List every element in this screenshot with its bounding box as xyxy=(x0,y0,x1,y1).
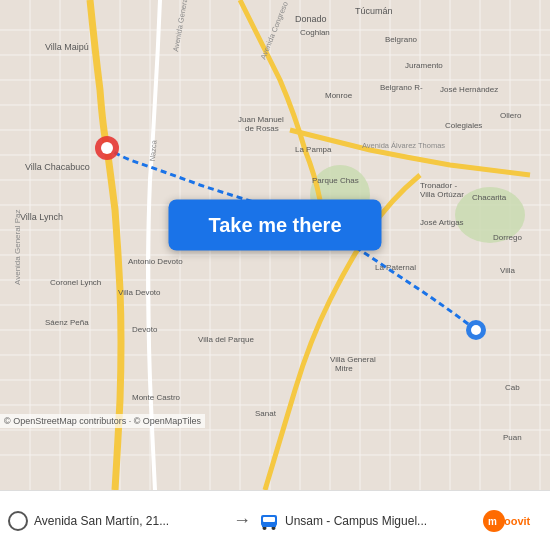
origin-section: Avenida San Martín, 21... xyxy=(8,511,225,531)
svg-text:La Pampa: La Pampa xyxy=(295,145,332,154)
map-container: Villa Maipú Villa Chacabuco Villa Lynch … xyxy=(0,0,550,490)
origin-icon xyxy=(8,511,28,531)
take-me-there-button[interactable]: Take me there xyxy=(168,200,381,251)
svg-text:Villa Maipú: Villa Maipú xyxy=(45,42,89,52)
svg-text:Monroe: Monroe xyxy=(325,91,353,100)
svg-rect-89 xyxy=(262,525,276,527)
svg-text:Mitre: Mitre xyxy=(335,364,353,373)
svg-text:Villa Devoto: Villa Devoto xyxy=(118,288,161,297)
svg-text:Coronel Lynch: Coronel Lynch xyxy=(50,278,101,287)
svg-text:Villa General: Villa General xyxy=(330,355,376,364)
svg-text:Donado: Donado xyxy=(295,14,327,24)
destination-text: Unsam - Campus Miguel... xyxy=(285,514,427,528)
map-attribution: © OpenStreetMap contributors · © OpenMap… xyxy=(0,414,205,428)
svg-text:La Paternal: La Paternal xyxy=(375,263,416,272)
svg-text:Villa del Parque: Villa del Parque xyxy=(198,335,254,344)
svg-text:Belgrano R-: Belgrano R- xyxy=(380,83,423,92)
origin-text: Avenida San Martín, 21... xyxy=(34,514,169,528)
svg-text:Villa: Villa xyxy=(500,266,516,275)
svg-point-81 xyxy=(101,142,113,154)
svg-text:oovit: oovit xyxy=(504,515,531,527)
svg-rect-86 xyxy=(263,517,275,522)
svg-text:Cab: Cab xyxy=(505,383,520,392)
svg-text:Villa Chacabuco: Villa Chacabuco xyxy=(25,162,90,172)
svg-text:m: m xyxy=(488,516,497,527)
svg-text:Nazca: Nazca xyxy=(148,139,159,162)
svg-text:Monte Castro: Monte Castro xyxy=(132,393,181,402)
svg-text:Túcumán: Túcumán xyxy=(355,6,393,16)
svg-text:Puan: Puan xyxy=(503,433,522,442)
svg-text:Villa Lynch: Villa Lynch xyxy=(20,212,63,222)
svg-text:Dorrego: Dorrego xyxy=(493,233,522,242)
destination-section: Unsam - Campus Miguel... xyxy=(259,511,476,531)
svg-text:de Rosas: de Rosas xyxy=(245,124,279,133)
svg-text:José Artigas: José Artigas xyxy=(420,218,464,227)
svg-text:Belgrano: Belgrano xyxy=(385,35,418,44)
moovit-logo-svg: m oovit xyxy=(482,509,542,533)
svg-text:Juramento: Juramento xyxy=(405,61,443,70)
svg-text:Villa Ortúzar: Villa Ortúzar xyxy=(420,190,464,199)
svg-text:Devoto: Devoto xyxy=(132,325,158,334)
svg-text:Ollero: Ollero xyxy=(500,111,522,120)
svg-text:Tronador -: Tronador - xyxy=(420,181,457,190)
svg-text:José Hernández: José Hernández xyxy=(440,85,498,94)
svg-text:Avenida General Paz: Avenida General Paz xyxy=(13,210,22,285)
svg-point-83 xyxy=(471,325,481,335)
svg-text:Sáenz Peña: Sáenz Peña xyxy=(45,318,89,327)
svg-text:Sanat: Sanat xyxy=(255,409,277,418)
bottom-bar: Avenida San Martín, 21... → Unsam - Camp… xyxy=(0,490,550,550)
svg-text:Antonio Devoto: Antonio Devoto xyxy=(128,257,183,266)
svg-text:Chacarita: Chacarita xyxy=(472,193,507,202)
destination-icon xyxy=(259,511,279,531)
svg-text:Parque Chas: Parque Chas xyxy=(312,176,359,185)
svg-text:Avenida Álvarez Thomas: Avenida Álvarez Thomas xyxy=(362,141,445,150)
svg-text:Colegiales: Colegiales xyxy=(445,121,482,130)
svg-text:Coghlan: Coghlan xyxy=(300,28,330,37)
svg-text:Juan Manuel: Juan Manuel xyxy=(238,115,284,124)
moovit-logo: m oovit xyxy=(482,509,542,533)
arrow-icon: → xyxy=(225,510,259,531)
